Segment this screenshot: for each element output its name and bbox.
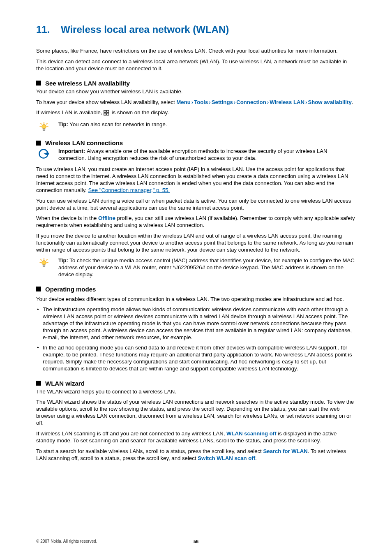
- s1-p1: Your device can show you whether wireles…: [36, 88, 356, 95]
- important-icon: [36, 148, 52, 159]
- switch-wlan-scan-off-label: Switch WLAN scan off: [198, 455, 255, 461]
- chapter-title: 11.Wireless local area network (WLAN): [36, 24, 356, 35]
- footer-page-number: 56: [194, 539, 198, 544]
- section-see-availability: See wireless LAN availability Your devic…: [36, 80, 356, 132]
- s1-p3-after: is shown on the display.: [110, 109, 169, 116]
- section-wlan-connections: Wireless LAN connections Important: Alwa…: [36, 139, 356, 278]
- s1-p2: To have your device show wireless LAN av…: [36, 99, 356, 106]
- important-text: Important: Always enable one of the avai…: [58, 148, 356, 162]
- bullet-square-icon: [36, 81, 41, 86]
- s2-p3-before: When the device is in the: [36, 215, 98, 221]
- bullet-square-icon: [36, 381, 41, 386]
- tip-lead: Tip:: [58, 257, 68, 264]
- svg-point-9: [42, 125, 46, 129]
- wlan-available-icon: [104, 110, 110, 118]
- list-item: In the ad hoc operating mode you can sen…: [36, 345, 356, 372]
- important-body: Always enable one of the available encry…: [58, 148, 327, 161]
- svg-rect-19: [43, 265, 45, 266]
- tip-icon: [36, 257, 52, 268]
- tip-row: Tip: You can also scan for networks in r…: [36, 121, 356, 132]
- s4-p1: The WLAN wizard helps you to connect to …: [36, 388, 356, 395]
- s2-p1-text: To use wireless LAN, you must create an …: [36, 166, 348, 193]
- section-operating-modes: Operating modes Your device enables diff…: [36, 286, 356, 372]
- operating-modes-list: The infrastructure operating mode allows…: [36, 306, 356, 372]
- section-heading-text: See wireless LAN availability: [45, 80, 130, 87]
- s4-p2: The WLAN wizard shows the status of your…: [36, 399, 356, 427]
- svg-rect-1: [104, 113, 106, 115]
- s3-p1: Your device enables different types of c…: [36, 296, 356, 303]
- section-wlan-wizard: WLAN wizard The WLAN wizard helps you to…: [36, 380, 356, 462]
- document-page: 11.Wireless local area network (WLAN) So…: [0, 0, 392, 555]
- tip-body: To check the unique media access control…: [58, 257, 355, 278]
- bullet-square-icon: [36, 141, 41, 146]
- tip-text: Tip: You can also scan for networks in r…: [58, 121, 356, 128]
- tip-body: You can also scan for networks in range.: [68, 121, 167, 127]
- section-heading: Operating modes: [36, 286, 356, 293]
- section-heading: See wireless LAN availability: [36, 80, 356, 87]
- s2-p1: To use wireless LAN, you must create an …: [36, 166, 356, 194]
- important-lead: Important:: [58, 148, 87, 154]
- menu-path-menu: Menu: [176, 99, 190, 105]
- list-item: The infrastructure operating mode allows…: [36, 306, 356, 341]
- chapter-number: 11.: [36, 24, 61, 35]
- s2-p4: If you move the device to another locati…: [36, 233, 356, 254]
- s4-p4: To start a search for available wireless…: [36, 448, 356, 462]
- section-heading-text: Wireless LAN connections: [45, 139, 123, 146]
- tip-text: Tip: To check the unique media access co…: [58, 257, 356, 278]
- page-footer: © 2007 Nokia. All rights reserved. 56: [36, 539, 356, 543]
- s4-p4-after: .: [255, 455, 257, 461]
- s4-p4-before: To start a search for available wireless…: [36, 448, 263, 454]
- menu-path-show-availability: Show availability: [308, 99, 351, 105]
- svg-line-14: [41, 259, 42, 260]
- menu-path-tools: Tools: [194, 99, 208, 105]
- tip-lead: Tip:: [58, 121, 68, 127]
- chevron-right-icon: ›: [208, 99, 211, 106]
- svg-rect-3: [107, 113, 109, 115]
- chapter-title-text: Wireless local area network (WLAN): [61, 24, 229, 35]
- intro-p1: Some places, like France, have restricti…: [36, 48, 356, 55]
- svg-rect-2: [107, 110, 109, 112]
- s1-p3: If wireless LAN is available, is shown o…: [36, 109, 356, 118]
- svg-rect-0: [104, 110, 106, 112]
- s1-p2-after: .: [352, 99, 353, 105]
- chevron-right-icon: ›: [233, 99, 236, 106]
- intro-p2: This device can detect and connect to a …: [36, 58, 356, 72]
- s1-p3-before: If wireless LAN is available,: [36, 109, 104, 116]
- footer-copyright: © 2007 Nokia. All rights reserved.: [36, 539, 97, 543]
- svg-rect-11: [43, 130, 45, 131]
- s2-p3: When the device is in the Offline profil…: [36, 215, 356, 229]
- svg-rect-20: [43, 266, 45, 267]
- wlan-scanning-off-label: WLAN scanning off: [226, 430, 277, 437]
- important-row: Important: Always enable one of the avai…: [36, 148, 356, 162]
- section-heading-text: WLAN wizard: [45, 380, 85, 387]
- offline-profile-label: Offline: [98, 215, 115, 221]
- section-heading-text: Operating modes: [45, 286, 96, 293]
- svg-line-5: [41, 123, 42, 124]
- see-connection-manager-link[interactable]: See "Connection manager," p. 55.: [88, 187, 170, 193]
- tip-row: Tip: To check the unique media access co…: [36, 257, 356, 278]
- menu-path-wireless-lan: Wireless LAN: [270, 99, 304, 105]
- section-heading: WLAN wizard: [36, 380, 356, 387]
- svg-point-18: [42, 261, 46, 265]
- menu-path-connection: Connection: [236, 99, 266, 105]
- chevron-right-icon: ›: [266, 99, 270, 106]
- bullet-square-icon: [36, 287, 41, 291]
- s4-p3: If wireless LAN scanning is off and you …: [36, 430, 356, 444]
- s1-p2-before: To have your device show wireless LAN av…: [36, 99, 176, 105]
- chevron-right-icon: ›: [191, 99, 194, 106]
- svg-rect-10: [43, 129, 45, 130]
- section-heading: Wireless LAN connections: [36, 139, 356, 146]
- tip-icon: [36, 121, 52, 132]
- s4-p3-before: If wireless LAN scanning is off and you …: [36, 430, 226, 437]
- s2-p2: You can use wireless LAN during a voice …: [36, 198, 356, 212]
- menu-path-settings: Settings: [212, 99, 233, 105]
- search-for-wlan-label: Search for WLAN: [263, 448, 307, 454]
- svg-line-6: [46, 123, 47, 124]
- svg-line-15: [46, 259, 47, 260]
